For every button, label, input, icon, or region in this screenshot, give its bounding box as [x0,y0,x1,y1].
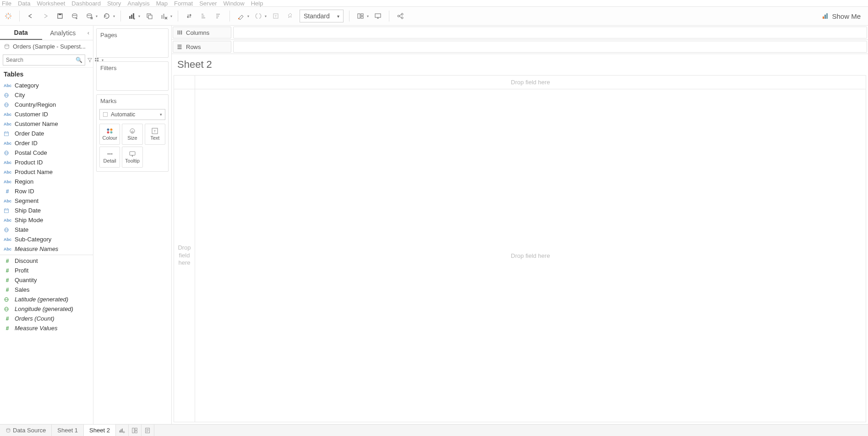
sort-desc-icon[interactable] [213,11,224,22]
pin-icon[interactable] [285,11,296,22]
sheet-title[interactable]: Sheet 2 [172,54,868,75]
menu-analysis[interactable]: Analysis [127,0,149,7]
refresh-data[interactable]: ▾ [101,11,115,22]
field-discount[interactable]: #Discount [0,256,93,266]
save-icon[interactable] [55,11,66,22]
field-product-name[interactable]: AbcProduct Name [0,167,93,177]
menu-dashboard[interactable]: Dashboard [71,0,101,7]
menu-story[interactable]: Story [107,0,121,7]
sheet-tab-2[interactable]: Sheet 2 [84,425,116,436]
search-input[interactable] [3,54,85,65]
highlight[interactable]: ▾ [235,11,249,22]
pause-auto-updates[interactable]: ▾ [84,11,98,22]
menu-map[interactable]: Map [156,0,168,7]
sort-asc-icon[interactable] [198,11,209,22]
mark-size-button[interactable]: Size [122,124,142,145]
field-latitude-generated-[interactable]: Latitude (generated) [0,294,93,304]
caret-icon[interactable]: ▾ [96,14,98,18]
canvas-top-drop[interactable]: Drop field here [195,76,866,89]
caret-icon[interactable]: ▾ [367,14,369,18]
menu-data[interactable]: Data [18,0,30,7]
tableau-logo-icon[interactable] [3,11,14,22]
field-row-id[interactable]: #Row ID [0,186,93,196]
fit-dropdown[interactable]: Standard [300,10,344,22]
canvas-left-drop[interactable]: Dropfieldhere [174,89,195,422]
new-data-source-icon[interactable] [69,11,80,22]
field-customer-name[interactable]: AbcCustomer Name [0,119,93,129]
field-sales[interactable]: #Sales [0,285,93,294]
field-state[interactable]: State [0,225,93,234]
menu-server[interactable]: Server [199,0,217,7]
swap-icon[interactable] [184,11,195,22]
field-order-id[interactable]: AbcOrder ID [0,138,93,148]
pause-icon[interactable] [84,11,95,22]
field-segment[interactable]: AbcSegment [0,196,93,206]
data-source-tab[interactable]: Data Source [0,425,52,436]
clear-sheet[interactable]: ▾ [158,11,172,22]
caret-icon[interactable]: ▾ [170,14,172,18]
refresh-icon[interactable] [101,11,112,22]
mark-colour-button[interactable]: Colour [99,124,120,145]
menu-file[interactable]: File [2,0,11,7]
caret-icon[interactable]: ▾ [113,14,115,18]
field-customer-id[interactable]: AbcCustomer ID [0,109,93,119]
field-postal-code[interactable]: Postal Code [0,148,93,158]
show-hide-cards[interactable]: ▾ [355,11,369,22]
new-worksheet[interactable]: ▾ [126,11,140,22]
field-quantity[interactable]: #Quantity [0,275,93,285]
group-icon[interactable] [253,11,264,22]
sheet-tab-1[interactable]: Sheet 1 [52,425,84,436]
new-worksheet-tab-icon[interactable] [116,425,129,436]
new-story-tab-icon[interactable] [142,425,154,436]
field-product-id[interactable]: AbcProduct ID [0,158,93,167]
menu-worksheet[interactable]: Worksheet [37,0,65,7]
field-measure-names[interactable]: AbcMeasure Names [0,244,93,254]
pages-card[interactable]: Pages [96,28,169,58]
field-sub-category[interactable]: AbcSub-Category [0,234,93,244]
tab-data[interactable]: Data [0,26,42,40]
share-icon[interactable] [395,11,406,22]
field-orders-count-[interactable]: #Orders (Count) [0,314,93,323]
group[interactable]: ▾ [253,11,267,22]
mark-tooltip-button[interactable]: Tooltip [122,147,142,168]
show-me-button[interactable]: Show Me [822,12,865,20]
svg-rect-17 [131,15,132,19]
field-profit[interactable]: #Profit [0,266,93,275]
filters-card[interactable]: Filters [96,61,169,91]
clear-icon[interactable] [158,11,169,22]
field-longitude-generated-[interactable]: Longitude (generated) [0,304,93,314]
cards-icon[interactable] [355,11,366,22]
new-worksheet-icon[interactable] [126,11,137,22]
caret-icon[interactable]: ▾ [265,14,267,18]
menu-window[interactable]: Window [223,0,244,7]
presentation-mode-icon[interactable] [372,11,383,22]
highlight-icon[interactable] [235,11,246,22]
field-category[interactable]: AbcCategory [0,81,93,90]
field-city[interactable]: City [0,90,93,100]
filter-icon[interactable] [87,56,93,64]
menu-help[interactable]: Help [251,0,263,7]
caret-icon[interactable]: ▾ [138,14,140,18]
tab-analytics[interactable]: Analytics [42,26,84,40]
new-dashboard-tab-icon[interactable] [129,425,142,436]
undo-icon[interactable] [25,11,36,22]
menu-format[interactable]: Format [174,0,193,7]
rows-drop-zone[interactable] [233,41,867,53]
field-order-date[interactable]: Order Date [0,129,93,138]
mark-text-button[interactable]: T Text [145,124,165,145]
data-source-item[interactable]: Orders (Sample - Superst... [0,40,93,53]
field-ship-mode[interactable]: AbcShip Mode [0,215,93,225]
canvas-main-drop[interactable]: Drop field here [195,89,866,422]
columns-drop-zone[interactable] [233,27,867,38]
duplicate-icon[interactable] [144,11,155,22]
marks-type-dropdown[interactable]: Automatic [99,109,165,120]
field-measure-values[interactable]: #Measure Values [0,323,93,333]
caret-icon[interactable]: ▾ [247,14,249,18]
mark-detail-button[interactable]: Detail [99,147,120,168]
collapse-pane-icon[interactable]: ‹ [84,26,93,40]
redo-icon[interactable] [40,11,51,22]
field-ship-date[interactable]: Ship Date [0,206,93,215]
field-country-region[interactable]: Country/Region [0,100,93,109]
field-region[interactable]: AbcRegion [0,177,93,186]
show-mark-labels-icon[interactable]: T [270,11,281,22]
